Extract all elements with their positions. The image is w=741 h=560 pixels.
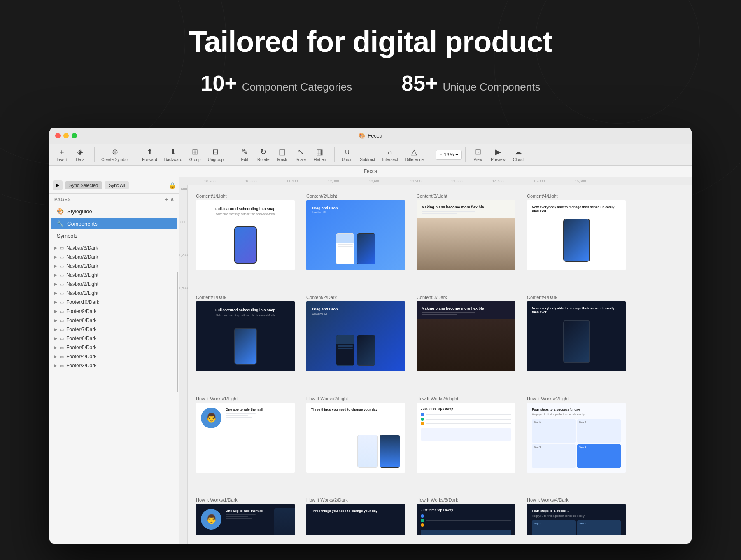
collapse-pages-icon[interactable]: ∧: [170, 196, 175, 203]
page-item-styleguide[interactable]: 🎨 Styleguide: [51, 205, 177, 217]
artboard-content-1-light[interactable]: Full-featured scheduling in a snap Sched…: [196, 200, 295, 270]
close-button[interactable]: [55, 133, 61, 138]
app-title: 🎨 Fecca: [359, 133, 382, 139]
pages-label: PAGES: [54, 197, 71, 202]
view-button[interactable]: ⊡ View: [469, 146, 487, 163]
difference-button[interactable]: △ Difference: [402, 146, 427, 163]
sidebar-scrollbar[interactable]: [177, 242, 178, 544]
layer-arrow-icon: ▶: [54, 336, 57, 341]
artboard-content-4-light[interactable]: Now everybody able to manage their sched…: [527, 200, 626, 270]
toolbar-edit-group: ✎ Edit ↻ Rotate ◫ Mask ⤡ Scale ▦ Flatten: [235, 146, 329, 163]
toolbar-position-group: ⬆ Forward ⬇ Backward ⊞ Group ⊟ Ungroup: [139, 146, 227, 163]
layer-name: Navbar/3/Light: [66, 272, 174, 278]
data-button[interactable]: ◈ Data: [71, 146, 89, 163]
page-item-components[interactable]: 🔧 Components: [51, 218, 177, 229]
symbol-icon: ⊕: [112, 147, 118, 156]
layer-frame-icon: ▭: [60, 345, 64, 350]
subtract-button[interactable]: − Subtract: [357, 146, 378, 163]
insert-button[interactable]: ＋ Insert: [53, 145, 71, 164]
layer-item[interactable]: ▶ ▭ Navbar/2/Dark: [49, 252, 179, 261]
app-emoji-icon: 🎨: [359, 133, 365, 139]
artboard-content-2-light[interactable]: Drag and Drop Intuitive UI: [306, 200, 405, 270]
artboard-container: Content/1/Light Full-featured scheduling…: [196, 194, 298, 270]
page-components-label: Components: [67, 221, 98, 227]
cloud-button[interactable]: ☁ Cloud: [509, 146, 527, 163]
artboard-how-works-2-light[interactable]: Three things you need to change your day: [306, 403, 405, 473]
layer-item[interactable]: ▶ ▭ Footer/5/Dark: [49, 343, 179, 352]
zoom-plus-icon[interactable]: +: [455, 152, 458, 158]
main-content: ▶ Sync Selected Sync All 🔒 PAGES + ∧ 🎨 S…: [49, 177, 692, 544]
layer-item[interactable]: ▶ ▭ Navbar/3/Light: [49, 271, 179, 280]
create-symbol-button[interactable]: ⊕ Create Symbol: [98, 146, 132, 163]
layer-frame-icon: ▭: [60, 336, 64, 341]
page-item-symbols[interactable]: Symbols: [51, 230, 177, 241]
layer-name: Navbar/1/Light: [66, 290, 174, 296]
zoom-minus-icon[interactable]: −: [439, 152, 442, 158]
sync-play-button[interactable]: ▶: [53, 180, 63, 190]
artboard-container: How It Works/1/Light 👨 One app to rule t…: [196, 396, 298, 473]
artboard-how-works-1-light[interactable]: 👨 One app to rule them all: [196, 403, 295, 473]
artboard-how-works-4-light[interactable]: Four steps to a successful day Help you …: [527, 403, 626, 473]
minimize-button[interactable]: [63, 133, 69, 138]
layer-item[interactable]: ▶ ▭ Footer/6/Dark: [49, 334, 179, 343]
edit-icon: ✎: [242, 147, 248, 156]
artboard-label: How It Works/3/Light: [417, 396, 519, 401]
data-icon: ◈: [77, 147, 83, 156]
layer-frame-icon: ▭: [60, 300, 64, 305]
layer-arrow-icon: ▶: [54, 309, 57, 313]
layer-item[interactable]: ▶ ▭ Footer/10/Dark: [49, 298, 179, 307]
maximize-button[interactable]: [72, 133, 77, 138]
layer-item[interactable]: ▶ ▭ Navbar/1/Dark: [49, 261, 179, 271]
layer-item[interactable]: ▶ ▭ Navbar/1/Light: [49, 289, 179, 298]
flatten-button[interactable]: ▦ Flatten: [310, 146, 330, 163]
backward-button[interactable]: ⬇ Backward: [161, 146, 186, 163]
layer-item[interactable]: ▶ ▭ Footer/3/Dark: [49, 361, 179, 370]
ruler-mark: 10,800: [245, 179, 257, 183]
preview-button[interactable]: ▶ Preview: [487, 146, 509, 163]
canvas[interactable]: Content/1/Light Full-featured scheduling…: [188, 185, 692, 535]
add-page-button[interactable]: +: [165, 196, 168, 203]
mask-button[interactable]: ◫ Mask: [273, 146, 291, 163]
sync-selected-button[interactable]: Sync Selected: [65, 181, 102, 189]
artboard-how-works-4-dark[interactable]: Four steps to a succe... Help you to fin…: [527, 504, 626, 535]
ungroup-button[interactable]: ⊟ Ungroup: [205, 146, 227, 163]
artboard-label: How It Works/1/Light: [196, 396, 298, 401]
artboard-container: How It Works/2/Dark Three things you nee…: [306, 497, 408, 535]
artboard-content-3-dark[interactable]: Making plans become more flexible: [417, 301, 515, 371]
union-button[interactable]: ∪ Union: [338, 146, 356, 163]
layer-item[interactable]: ▶ ▭ Footer/4/Dark: [49, 352, 179, 361]
pages-header: PAGES + ∧: [49, 194, 179, 205]
artboard-content-3-light[interactable]: Making plans become more flexible: [417, 200, 515, 270]
artboard-label: Content/3/Light: [417, 194, 519, 198]
layer-item[interactable]: ▶ ▭ Footer/9/Dark: [49, 307, 179, 316]
artboard-container: How It Works/3/Light Just three taps awa…: [417, 396, 519, 473]
forward-button[interactable]: ⬆ Forward: [139, 146, 161, 163]
artboard-how-works-3-light[interactable]: Just three taps away: [417, 403, 515, 473]
artboard-label: How It Works/4/Dark: [527, 497, 629, 502]
artboard-how-works-3-dark[interactable]: Just three taps away: [417, 504, 515, 535]
sync-all-button[interactable]: Sync All: [105, 181, 129, 189]
hero-title: Tailored for digital product: [0, 25, 741, 58]
ruler-mark: 11,400: [287, 179, 298, 183]
scale-button[interactable]: ⤡ Scale: [292, 146, 310, 163]
artboard-content-1-dark[interactable]: Full-featured scheduling in a snap Sched…: [196, 301, 295, 371]
intersect-button[interactable]: ∩ Intersect: [379, 146, 401, 163]
layer-item[interactable]: ▶ ▭ Footer/8/Dark: [49, 316, 179, 325]
group-button[interactable]: ⊞ Group: [186, 146, 204, 163]
rotate-button[interactable]: ↻ Rotate: [254, 146, 273, 163]
layer-item[interactable]: ▶ ▭ Navbar/3/Dark: [49, 243, 179, 252]
toolbar-view-group: ⊡ View ▶ Preview ☁ Cloud: [469, 146, 527, 163]
hero-section: Tailored for digital product 10+ Compone…: [0, 0, 741, 112]
artboard-how-works-1-dark[interactable]: 👨 One app to rule them all: [196, 504, 295, 535]
layer-item[interactable]: ▶ ▭ Navbar/2/Light: [49, 280, 179, 289]
sidebar: ▶ Sync Selected Sync All 🔒 PAGES + ∧ 🎨 S…: [49, 177, 179, 544]
artboard-container: Content/3/Light Making plans become more…: [417, 194, 519, 270]
zoom-control[interactable]: − 16% +: [436, 150, 462, 160]
artboard-how-works-2-dark[interactable]: Three things you need to change your day: [306, 504, 405, 535]
toolbar: ＋ Insert ◈ Data ⊕ Create Symbol ⬆ Forwar…: [49, 144, 692, 166]
edit-button[interactable]: ✎ Edit: [235, 146, 254, 163]
layer-item[interactable]: ▶ ▭ Footer/7/Dark: [49, 325, 179, 334]
layer-arrow-icon: ▶: [54, 273, 57, 277]
artboard-content-2-dark[interactable]: Drag and Drop Untuitive UI: [306, 301, 405, 371]
artboard-content-4-dark[interactable]: Now everybody able to manage their sched…: [527, 301, 626, 371]
